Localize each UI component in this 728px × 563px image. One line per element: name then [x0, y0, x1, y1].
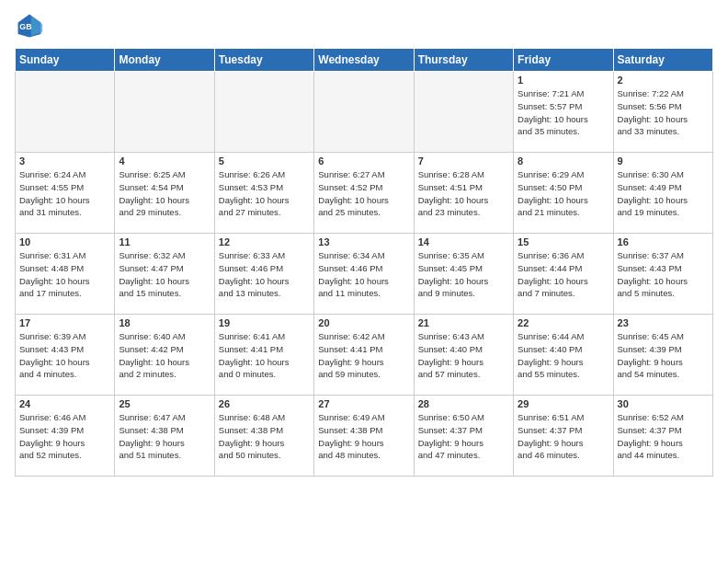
day-info: Sunrise: 6:40 AM Sunset: 4:42 PM Dayligh…	[119, 330, 210, 381]
day-info: Sunrise: 6:35 AM Sunset: 4:45 PM Dayligh…	[418, 249, 509, 300]
day-info: Sunrise: 6:47 AM Sunset: 4:38 PM Dayligh…	[119, 411, 210, 462]
week-row-2: 3Sunrise: 6:24 AM Sunset: 4:55 PM Daylig…	[16, 153, 713, 234]
day-info: Sunrise: 7:21 AM Sunset: 5:57 PM Dayligh…	[518, 87, 609, 138]
day-info: Sunrise: 6:37 AM Sunset: 4:43 PM Dayligh…	[618, 249, 709, 300]
day-number: 1	[518, 75, 609, 86]
day-cell	[214, 72, 313, 153]
day-number: 22	[518, 317, 609, 328]
day-info: Sunrise: 6:32 AM Sunset: 4:47 PM Dayligh…	[119, 249, 210, 300]
day-cell	[314, 72, 414, 153]
day-cell: 7Sunrise: 6:28 AM Sunset: 4:51 PM Daylig…	[414, 153, 513, 234]
day-info: Sunrise: 6:48 AM Sunset: 4:38 PM Dayligh…	[219, 411, 310, 462]
day-number: 12	[219, 236, 310, 247]
logo: GB	[15, 11, 48, 40]
day-number: 14	[418, 236, 509, 247]
day-info: Sunrise: 6:26 AM Sunset: 4:53 PM Dayligh…	[219, 168, 310, 219]
day-info: Sunrise: 6:51 AM Sunset: 4:37 PM Dayligh…	[518, 411, 609, 462]
day-cell: 17Sunrise: 6:39 AM Sunset: 4:43 PM Dayli…	[16, 315, 115, 396]
day-cell: 29Sunrise: 6:51 AM Sunset: 4:37 PM Dayli…	[514, 396, 613, 477]
day-number: 7	[418, 155, 509, 167]
day-cell: 26Sunrise: 6:48 AM Sunset: 4:38 PM Dayli…	[214, 396, 313, 477]
day-info: Sunrise: 6:25 AM Sunset: 4:54 PM Dayligh…	[119, 168, 210, 219]
day-info: Sunrise: 6:45 AM Sunset: 4:39 PM Dayligh…	[618, 330, 709, 381]
day-info: Sunrise: 6:50 AM Sunset: 4:37 PM Dayligh…	[418, 411, 509, 462]
day-cell: 8Sunrise: 6:29 AM Sunset: 4:50 PM Daylig…	[514, 153, 613, 234]
weekday-header-monday: Monday	[115, 49, 214, 72]
day-number: 21	[418, 317, 509, 328]
day-number: 9	[618, 155, 709, 167]
day-info: Sunrise: 6:27 AM Sunset: 4:52 PM Dayligh…	[318, 168, 409, 219]
day-number: 29	[518, 398, 609, 409]
day-cell: 25Sunrise: 6:47 AM Sunset: 4:38 PM Dayli…	[115, 396, 214, 477]
day-cell: 22Sunrise: 6:44 AM Sunset: 4:40 PM Dayli…	[514, 315, 613, 396]
page: GB SundayMondayTuesdayWednesdayThursdayF…	[0, 0, 728, 484]
day-info: Sunrise: 6:29 AM Sunset: 4:50 PM Dayligh…	[518, 168, 609, 219]
day-number: 25	[119, 398, 210, 409]
week-row-3: 10Sunrise: 6:31 AM Sunset: 4:48 PM Dayli…	[16, 234, 713, 315]
day-info: Sunrise: 6:31 AM Sunset: 4:48 PM Dayligh…	[19, 249, 110, 300]
day-cell: 6Sunrise: 6:27 AM Sunset: 4:52 PM Daylig…	[314, 153, 414, 234]
day-cell	[414, 72, 513, 153]
weekday-header-row: SundayMondayTuesdayWednesdayThursdayFrid…	[16, 49, 713, 72]
logo-icon: GB	[15, 11, 44, 40]
day-number: 8	[518, 155, 609, 167]
day-info: Sunrise: 6:46 AM Sunset: 4:39 PM Dayligh…	[19, 411, 110, 462]
day-cell	[115, 72, 214, 153]
day-cell: 9Sunrise: 6:30 AM Sunset: 4:49 PM Daylig…	[613, 153, 712, 234]
weekday-header-sunday: Sunday	[16, 49, 115, 72]
day-number: 6	[318, 155, 409, 167]
day-info: Sunrise: 6:42 AM Sunset: 4:41 PM Dayligh…	[318, 330, 409, 381]
svg-marker-1	[31, 16, 42, 35]
day-cell: 20Sunrise: 6:42 AM Sunset: 4:41 PM Dayli…	[314, 315, 414, 396]
day-number: 16	[618, 236, 709, 247]
svg-text:GB: GB	[19, 22, 31, 31]
day-cell: 30Sunrise: 6:52 AM Sunset: 4:37 PM Dayli…	[613, 396, 712, 477]
day-info: Sunrise: 6:36 AM Sunset: 4:44 PM Dayligh…	[518, 249, 609, 300]
day-cell: 28Sunrise: 6:50 AM Sunset: 4:37 PM Dayli…	[414, 396, 513, 477]
weekday-header-saturday: Saturday	[613, 49, 712, 72]
day-number: 26	[219, 398, 310, 409]
calendar-table: SundayMondayTuesdayWednesdayThursdayFrid…	[15, 48, 713, 477]
day-number: 11	[119, 236, 210, 247]
day-info: Sunrise: 6:52 AM Sunset: 4:37 PM Dayligh…	[618, 411, 709, 462]
day-cell: 10Sunrise: 6:31 AM Sunset: 4:48 PM Dayli…	[16, 234, 115, 315]
day-number: 27	[318, 398, 409, 409]
day-cell: 2Sunrise: 7:22 AM Sunset: 5:56 PM Daylig…	[613, 72, 712, 153]
day-number: 10	[19, 236, 110, 247]
day-info: Sunrise: 6:34 AM Sunset: 4:46 PM Dayligh…	[318, 249, 409, 300]
day-number: 19	[219, 317, 310, 328]
weekday-header-wednesday: Wednesday	[314, 49, 414, 72]
day-cell: 16Sunrise: 6:37 AM Sunset: 4:43 PM Dayli…	[613, 234, 712, 315]
week-row-5: 24Sunrise: 6:46 AM Sunset: 4:39 PM Dayli…	[16, 396, 713, 477]
day-number: 13	[318, 236, 409, 247]
day-cell: 23Sunrise: 6:45 AM Sunset: 4:39 PM Dayli…	[613, 315, 712, 396]
day-cell: 13Sunrise: 6:34 AM Sunset: 4:46 PM Dayli…	[314, 234, 414, 315]
day-info: Sunrise: 6:39 AM Sunset: 4:43 PM Dayligh…	[19, 330, 110, 381]
day-cell: 24Sunrise: 6:46 AM Sunset: 4:39 PM Dayli…	[16, 396, 115, 477]
day-cell: 5Sunrise: 6:26 AM Sunset: 4:53 PM Daylig…	[214, 153, 313, 234]
week-row-1: 1Sunrise: 7:21 AM Sunset: 5:57 PM Daylig…	[16, 72, 713, 153]
day-info: Sunrise: 6:33 AM Sunset: 4:46 PM Dayligh…	[219, 249, 310, 300]
day-cell: 18Sunrise: 6:40 AM Sunset: 4:42 PM Dayli…	[115, 315, 214, 396]
weekday-header-thursday: Thursday	[414, 49, 513, 72]
day-number: 3	[19, 155, 110, 167]
week-row-4: 17Sunrise: 6:39 AM Sunset: 4:43 PM Dayli…	[16, 315, 713, 396]
day-number: 2	[618, 75, 709, 86]
day-info: Sunrise: 6:24 AM Sunset: 4:55 PM Dayligh…	[19, 168, 110, 219]
day-info: Sunrise: 6:30 AM Sunset: 4:49 PM Dayligh…	[618, 168, 709, 219]
day-cell: 27Sunrise: 6:49 AM Sunset: 4:38 PM Dayli…	[314, 396, 414, 477]
day-cell: 15Sunrise: 6:36 AM Sunset: 4:44 PM Dayli…	[514, 234, 613, 315]
day-info: Sunrise: 6:44 AM Sunset: 4:40 PM Dayligh…	[518, 330, 609, 381]
day-number: 24	[19, 398, 110, 409]
header: GB	[15, 11, 713, 40]
day-cell: 21Sunrise: 6:43 AM Sunset: 4:40 PM Dayli…	[414, 315, 513, 396]
day-cell: 19Sunrise: 6:41 AM Sunset: 4:41 PM Dayli…	[214, 315, 313, 396]
day-number: 20	[318, 317, 409, 328]
day-cell: 12Sunrise: 6:33 AM Sunset: 4:46 PM Dayli…	[214, 234, 313, 315]
day-number: 17	[19, 317, 110, 328]
weekday-header-friday: Friday	[514, 49, 613, 72]
day-cell: 11Sunrise: 6:32 AM Sunset: 4:47 PM Dayli…	[115, 234, 214, 315]
day-number: 28	[418, 398, 509, 409]
day-cell: 4Sunrise: 6:25 AM Sunset: 4:54 PM Daylig…	[115, 153, 214, 234]
day-number: 15	[518, 236, 609, 247]
